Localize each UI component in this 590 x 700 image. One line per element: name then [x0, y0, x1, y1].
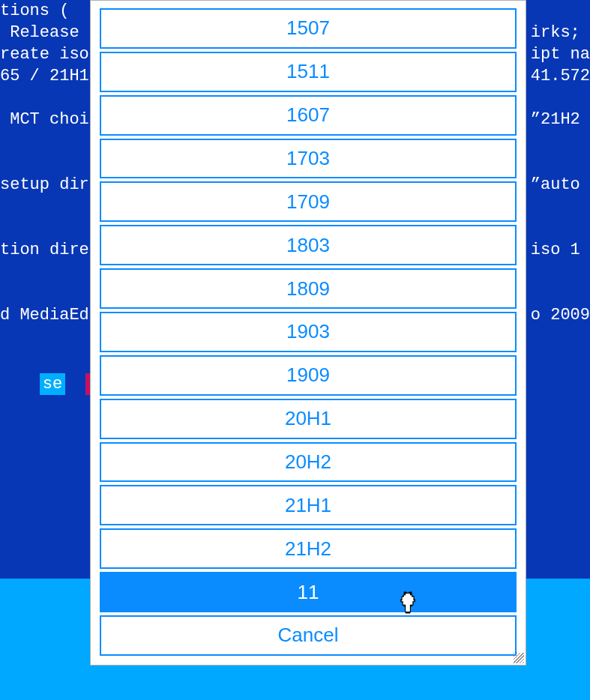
console-line-right — [531, 283, 590, 304]
console-line: tions ( — [0, 0, 89, 22]
version-option-20h1[interactable]: 20H1 — [100, 399, 517, 439]
version-option-1511[interactable]: 1511 — [100, 52, 517, 92]
version-option-1903[interactable]: 1903 — [100, 312, 517, 352]
version-option-1809[interactable]: 1809 — [100, 268, 517, 309]
console-line-right: ”auto — [531, 174, 590, 196]
console-line-right — [531, 326, 590, 348]
console-line-right: irks; — [531, 22, 590, 43]
console-line — [0, 217, 89, 239]
version-option-1607[interactable]: 1607 — [100, 95, 517, 136]
cancel-button[interactable]: Cancel — [100, 615, 517, 656]
version-option-1709[interactable]: 1709 — [100, 181, 517, 222]
console-line: reate iso — [0, 43, 89, 65]
console-line — [0, 130, 89, 152]
console-line-right: 41.572 — [531, 65, 590, 87]
console-line: MCT choi — [0, 109, 89, 130]
version-option-1909[interactable]: 1909 — [100, 355, 517, 396]
console-line-right: ipt na — [531, 43, 590, 65]
console-line — [0, 283, 89, 304]
console-line-right: o 2009 — [531, 304, 590, 326]
version-option-21h2[interactable]: 21H2 — [100, 528, 517, 569]
badge-se: se — [40, 373, 65, 395]
version-option-20h2[interactable]: 20H2 — [100, 442, 517, 483]
console-line: tion dire — [0, 239, 89, 261]
console-line — [0, 326, 89, 348]
console-line — [0, 196, 89, 217]
console-line-right — [531, 130, 590, 152]
console-line-right — [531, 152, 590, 174]
console-line-right — [531, 196, 590, 217]
console-line: setup dir — [0, 174, 89, 196]
console-line-right: ”21H2 — [531, 109, 590, 130]
console-line-right — [531, 217, 590, 239]
console-line-right — [531, 261, 590, 283]
console-line: Release — [0, 22, 89, 43]
version-option-1703[interactable]: 1703 — [100, 139, 517, 179]
version-picker-dialog: 15071511160717031709180318091903190920H1… — [90, 0, 526, 666]
version-option-11[interactable]: 11 — [100, 572, 517, 612]
console-line: 65 / 21H1 — [0, 65, 89, 87]
console-line — [0, 87, 89, 109]
version-option-1507[interactable]: 1507 — [100, 8, 517, 49]
version-option-21h1[interactable]: 21H1 — [100, 485, 517, 525]
console-line-right — [531, 87, 590, 109]
version-option-1803[interactable]: 1803 — [100, 225, 517, 265]
console-line — [0, 152, 89, 174]
console-line-right — [531, 0, 590, 22]
console-line — [0, 261, 89, 283]
console-line: d MediaEd — [0, 304, 89, 326]
console-line-right: iso 1 — [531, 239, 590, 261]
